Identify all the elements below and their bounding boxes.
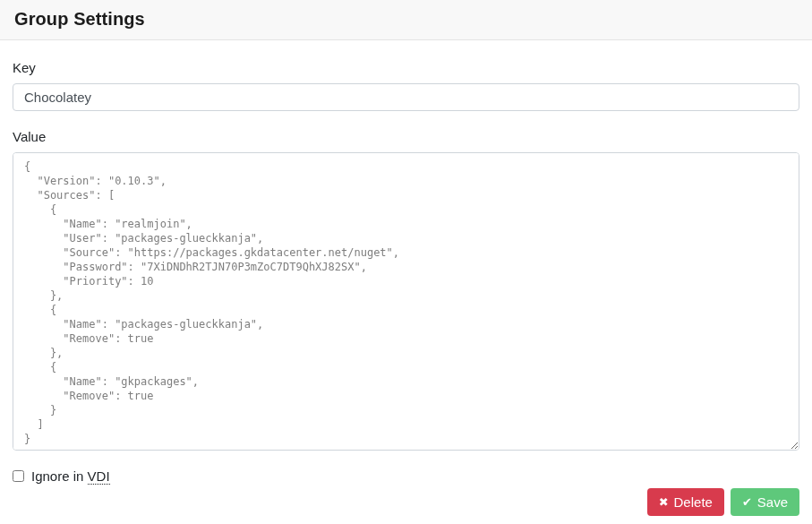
value-label: Value [13, 129, 799, 144]
page-title: Group Settings [14, 9, 798, 30]
key-label: Key [13, 60, 799, 75]
delete-button[interactable]: ✖ Delete [647, 488, 724, 516]
key-input[interactable] [13, 83, 799, 111]
ignore-vdi-checkbox[interactable] [13, 470, 24, 482]
delete-button-label: Delete [674, 494, 713, 510]
value-field-group: Value [13, 129, 799, 451]
action-button-row: ✖ Delete ✔ Save [13, 488, 799, 516]
ignore-vdi-label-text: Ignore in [31, 468, 83, 484]
key-field-group: Key [13, 60, 799, 111]
check-icon: ✔ [742, 496, 752, 508]
ignore-vdi-row: Ignore in VDI [13, 468, 799, 484]
x-icon: ✖ [659, 496, 669, 508]
value-textarea[interactable] [13, 152, 799, 451]
vdi-abbr: VDI [88, 468, 110, 485]
save-button[interactable]: ✔ Save [731, 488, 799, 516]
save-button-label: Save [757, 494, 788, 510]
page-header: Group Settings [0, 0, 812, 40]
group-settings-form: Key Value Ignore in VDI ✖ Delete ✔ Save [0, 40, 812, 516]
ignore-vdi-label: Ignore in VDI [31, 468, 110, 484]
